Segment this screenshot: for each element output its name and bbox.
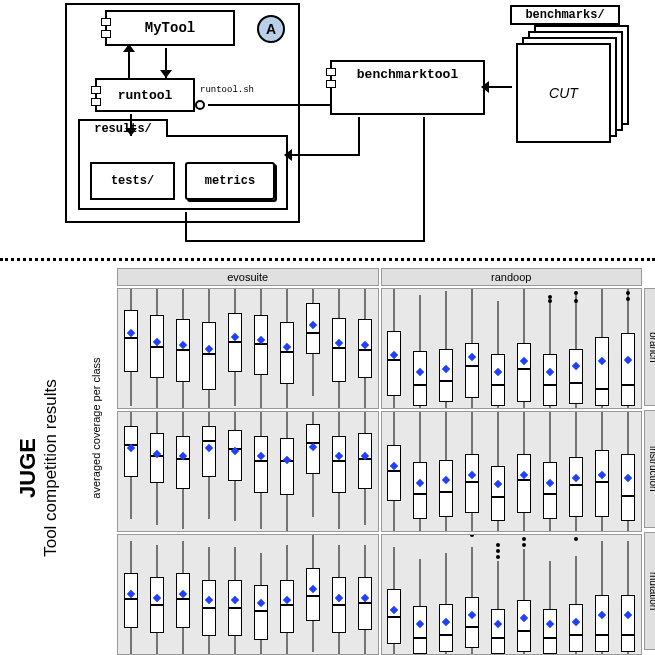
arrow — [185, 240, 425, 242]
panel-randoop-mutation — [381, 534, 643, 655]
bottom-section-title: JUGE Tool competition results — [15, 318, 61, 618]
runtool-sh-label: runtool.sh — [200, 85, 254, 95]
arrow — [185, 212, 187, 242]
arrow — [487, 86, 512, 88]
results-folder: results/ tests/ metrics — [78, 135, 288, 210]
runtool-component: runtool — [95, 78, 195, 112]
col-header-randoop: randoop — [381, 268, 643, 286]
results-subtitle: Tool competition results — [41, 318, 61, 618]
metrics-box: metrics — [185, 162, 275, 200]
facet-grid: evosuite randoop 1.000.750.500.250.00 1.… — [117, 268, 642, 655]
arrow — [128, 48, 130, 78]
row-header-mutation: mutation — [644, 532, 655, 650]
chart-area: averaged coverage per class evosuite ran… — [95, 268, 650, 655]
panel-evosuite-branch: 1.000.750.500.250.00 — [117, 288, 379, 409]
panel-evosuite-instruction: 1.000.750.500.250.00 — [117, 411, 379, 532]
interface-connector — [208, 104, 330, 106]
marker-a: A — [257, 15, 285, 43]
arrow-head — [160, 70, 172, 78]
panel-randoop-branch — [381, 288, 643, 409]
interface-lollipop — [195, 100, 205, 110]
benchmarks-tab: benchmarks/ — [510, 5, 620, 25]
architecture-diagram: JUGE Benchmarking Infra. MyTool runtool … — [0, 0, 655, 255]
arrow-head — [125, 128, 137, 136]
row-header-instruction: instruction — [644, 410, 655, 528]
y-axis-label: averaged coverage per class — [90, 328, 102, 528]
cut-page: CUT — [516, 43, 611, 143]
results-chart-section: JUGE Tool competition results averaged c… — [0, 268, 655, 655]
juge-title2: JUGE — [15, 318, 41, 618]
col-header-evosuite: evosuite — [117, 268, 379, 286]
benchmarks-stack: benchmarks/ CUT — [510, 5, 645, 145]
arrow — [358, 117, 360, 156]
arrow — [423, 117, 425, 242]
tests-folder: tests/ — [90, 162, 175, 200]
mytool-component: MyTool — [105, 10, 235, 46]
section-divider — [0, 258, 655, 261]
row-header-branch: branch — [644, 288, 655, 406]
arrow-head — [284, 149, 292, 161]
panel-randoop-instruction — [381, 411, 643, 532]
arrow-head — [481, 81, 489, 93]
results-tab: results/ — [78, 119, 168, 137]
arrow — [290, 154, 358, 156]
benchmarktool-component: benchmarktool — [330, 60, 485, 115]
arrow-head — [123, 44, 135, 52]
panel-evosuite-mutation: 1.000.750.500.250.00 — [117, 534, 379, 655]
